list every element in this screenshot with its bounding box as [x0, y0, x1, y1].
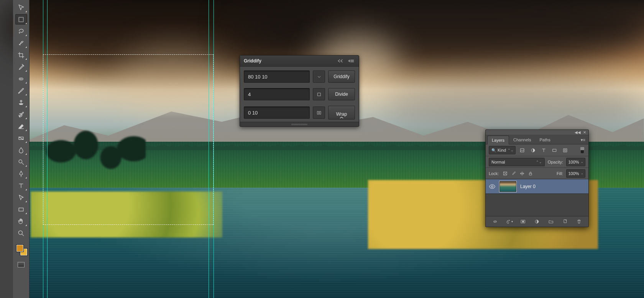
layers-list: Layer 0: [486, 179, 588, 216]
filter-pixel-icon[interactable]: [518, 146, 526, 154]
svg-point-17: [509, 220, 509, 221]
close-panel-icon[interactable]: ✕: [583, 130, 586, 134]
collapse-panel-icon[interactable]: ◀◀: [575, 130, 581, 134]
link-layers-icon[interactable]: [490, 218, 499, 226]
tab-paths[interactable]: Paths: [536, 136, 555, 144]
filter-smartobject-icon[interactable]: [561, 146, 569, 154]
svg-rect-11: [553, 149, 556, 151]
layer-row[interactable]: Layer 0: [486, 179, 588, 194]
opacity-input[interactable]: 100% ⌄: [566, 158, 585, 166]
eraser-tool[interactable]: [15, 121, 27, 131]
panel-tabs: Layers Channels Paths ▾≡: [486, 135, 588, 144]
lock-label: Lock:: [489, 171, 499, 176]
vertical-guide[interactable]: [43, 0, 43, 298]
tab-layers[interactable]: Layers: [487, 136, 509, 144]
vertical-guide[interactable]: [209, 0, 209, 298]
panel-title: Griddify: [244, 58, 261, 64]
tools-panel: [13, 0, 30, 298]
new-layer-icon[interactable]: [560, 218, 570, 226]
divide-value-input[interactable]: [244, 88, 310, 100]
panel-menu-icon[interactable]: ▾≡: [578, 136, 588, 144]
spot-healing-brush-tool[interactable]: [15, 74, 27, 84]
pen-tool[interactable]: [15, 169, 27, 179]
svg-point-5: [18, 231, 22, 234]
sky-decoration: [383, 77, 644, 138]
filter-type-icon[interactable]: [539, 146, 548, 154]
fill-value: 100%: [568, 171, 579, 176]
svg-rect-6: [317, 93, 320, 96]
eyedropper-tool[interactable]: [15, 62, 27, 72]
svg-rect-15: [529, 173, 532, 175]
filter-shape-icon[interactable]: [550, 146, 559, 154]
new-group-icon[interactable]: [547, 218, 556, 226]
dodge-tool[interactable]: [15, 157, 27, 167]
griddify-panel: Griddify Griddify Divide Wrap: [240, 55, 359, 127]
move-tool[interactable]: [15, 2, 27, 13]
rectangular-marquee-tool[interactable]: [15, 14, 27, 25]
foliage-decoration: [31, 192, 222, 237]
lock-position-icon[interactable]: [519, 170, 526, 177]
lock-all-icon[interactable]: [527, 170, 534, 177]
zoom-tool[interactable]: [15, 228, 27, 238]
delete-layer-icon[interactable]: [575, 218, 584, 226]
blur-tool[interactable]: [15, 145, 27, 155]
vertical-guide[interactable]: [214, 0, 214, 298]
chevron-up-icon: [329, 116, 355, 119]
crop-tool[interactable]: [15, 50, 27, 60]
horizontal-type-tool[interactable]: [15, 180, 27, 191]
lock-image-icon[interactable]: [510, 170, 517, 177]
foreground-background-colors[interactable]: [15, 244, 27, 255]
quick-mask-toggle[interactable]: [15, 260, 27, 269]
panel-header[interactable]: Griddify: [240, 56, 359, 67]
panel-menu-icon[interactable]: [347, 58, 355, 64]
vertical-guide[interactable]: [47, 0, 48, 298]
layer-style-icon[interactable]: ▾: [504, 218, 514, 226]
path-selection-tool[interactable]: [15, 192, 27, 203]
visibility-toggle-icon[interactable]: [489, 183, 496, 190]
lock-transparency-icon[interactable]: [502, 170, 509, 177]
chevron-down-icon: ⌄: [581, 172, 583, 175]
gradient-tool[interactable]: [15, 133, 27, 143]
divide-bounds-button[interactable]: [313, 88, 325, 100]
search-icon: 🔍: [491, 148, 496, 152]
brush-tool[interactable]: [15, 85, 27, 96]
wrap-button[interactable]: Wrap: [328, 106, 355, 120]
clone-stamp-tool[interactable]: [15, 97, 27, 108]
griddify-values-input[interactable]: [244, 70, 310, 83]
layer-mask-icon[interactable]: [518, 218, 527, 226]
svg-rect-4: [19, 208, 23, 211]
svg-rect-12: [564, 149, 567, 152]
blend-mode-value: Normal: [491, 160, 505, 164]
layer-filter-kind-dropdown[interactable]: 🔍 Kind ⌃⌄: [489, 146, 516, 154]
svg-rect-13: [564, 149, 566, 151]
panel-resize-grip[interactable]: [240, 122, 359, 126]
griddify-button[interactable]: Griddify: [328, 70, 355, 83]
layers-panel-footer: ▾: [486, 216, 588, 227]
layer-thumbnail[interactable]: [499, 181, 516, 192]
wrap-split-button[interactable]: [313, 106, 325, 119]
divide-button[interactable]: Divide: [328, 88, 355, 100]
svg-rect-0: [19, 17, 23, 22]
history-brush-tool[interactable]: [15, 109, 27, 120]
quick-selection-tool[interactable]: [15, 38, 27, 48]
chevron-down-icon: ⌄: [581, 160, 583, 164]
filter-toggle[interactable]: [579, 146, 585, 154]
foreground-color-swatch[interactable]: [16, 244, 24, 252]
griddify-dropdown-button[interactable]: [313, 70, 325, 83]
adjustment-layer-icon[interactable]: [532, 218, 542, 226]
lasso-tool[interactable]: [15, 26, 27, 36]
layer-name[interactable]: Layer 0: [520, 184, 536, 189]
collapse-panel-icon[interactable]: [337, 58, 344, 64]
blend-mode-dropdown[interactable]: Normal ⌃⌄: [489, 158, 545, 166]
hand-tool[interactable]: [15, 216, 27, 226]
layers-panel: ◀◀ ✕ Layers Channels Paths ▾≡ 🔍 Kind ⌃⌄ …: [485, 129, 589, 227]
filter-adjustment-icon[interactable]: [529, 146, 537, 154]
svg-rect-8: [319, 111, 320, 114]
rectangle-tool[interactable]: [15, 204, 27, 214]
kind-label: Kind: [498, 148, 506, 152]
fill-input[interactable]: 100% ⌄: [566, 169, 585, 178]
opacity-value: 100%: [568, 160, 579, 164]
wrap-values-input[interactable]: [244, 106, 310, 119]
tab-channels[interactable]: Channels: [509, 136, 535, 144]
svg-point-19: [522, 221, 524, 223]
